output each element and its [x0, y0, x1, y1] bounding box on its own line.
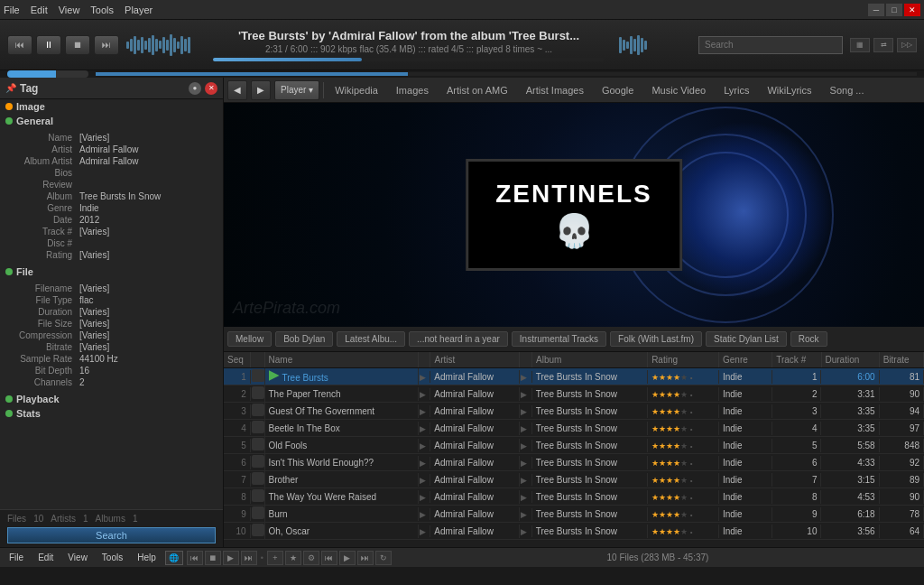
section-general[interactable]: General: [0, 114, 223, 128]
volume-slider[interactable]: [7, 70, 88, 78]
seek-bar[interactable]: [96, 72, 917, 76]
track-row[interactable]: 9 Burn ▶ Admiral Fallow ▶ Tree Bursts In…: [224, 506, 924, 523]
tag-configure-button[interactable]: ●: [189, 82, 201, 95]
col-name[interactable]: Name: [265, 352, 419, 367]
section-file[interactable]: File: [0, 265, 223, 279]
maximize-button[interactable]: □: [886, 4, 902, 16]
add-button[interactable]: +: [267, 551, 283, 565]
tag-mellow[interactable]: Mellow: [227, 331, 272, 347]
search-button[interactable]: Search: [7, 527, 216, 543]
tag-rock[interactable]: Rock: [790, 331, 827, 347]
td-album-arrow[interactable]: ▶: [520, 405, 532, 417]
td-artist-arrow[interactable]: ▶: [419, 457, 431, 469]
player-button[interactable]: Player ▾: [274, 80, 319, 100]
nav-artist-amg[interactable]: Artist on AMG: [439, 78, 515, 103]
td-artist-arrow[interactable]: ▶: [419, 508, 431, 520]
play2-button[interactable]: ▶: [339, 551, 356, 565]
forward-button[interactable]: ▶: [251, 80, 271, 100]
next2-button[interactable]: ⏭: [357, 551, 374, 565]
td-album-arrow[interactable]: ▶: [520, 491, 532, 503]
nav-artist-images[interactable]: Artist Images: [519, 78, 591, 103]
repeat-button[interactable]: ▷▷: [897, 38, 917, 52]
track-row[interactable]: 5 Old Fools ▶ Admiral Fallow ▶ Tree Burs…: [224, 437, 924, 454]
col-duration[interactable]: Duration: [822, 352, 880, 367]
next-button[interactable]: ⏭: [94, 35, 119, 55]
section-stats[interactable]: Stats: [0, 406, 223, 421]
menu-edit-bottom[interactable]: Edit: [32, 552, 59, 562]
playback-stop-bottom[interactable]: ⏹: [205, 551, 221, 565]
menu-tools-bottom[interactable]: Tools: [97, 552, 128, 562]
prev2-button[interactable]: ⏮: [321, 551, 337, 565]
menu-help-bottom[interactable]: Help: [132, 552, 162, 562]
close-button[interactable]: ✕: [904, 4, 920, 16]
tag-close-button[interactable]: ✕: [205, 82, 217, 95]
menu-player[interactable]: Player: [125, 5, 152, 15]
col-genre[interactable]: Genre: [719, 352, 772, 367]
pause-button[interactable]: ⏸: [36, 35, 61, 55]
td-album-arrow[interactable]: ▶: [520, 474, 532, 486]
track-row[interactable]: 7 Brother ▶ Admiral Fallow ▶ Tree Bursts…: [224, 471, 924, 488]
settings-button[interactable]: ⚙: [303, 551, 319, 565]
td-album-arrow[interactable]: ▶: [520, 525, 532, 537]
col-album[interactable]: Album: [532, 352, 648, 367]
col-seq[interactable]: Seq: [224, 352, 251, 367]
tag-static-dylan[interactable]: Static Dylan List: [706, 331, 787, 347]
nav-music-video[interactable]: Music Video: [644, 78, 713, 103]
td-album-arrow[interactable]: ▶: [520, 422, 532, 434]
tag-folk-lastfm[interactable]: Folk (With Last.fm): [610, 331, 702, 347]
td-album-arrow[interactable]: ▶: [520, 508, 532, 520]
section-playback[interactable]: Playback: [0, 392, 223, 406]
tag-latest-albums[interactable]: Latest Albu...: [337, 331, 405, 347]
td-artist-arrow[interactable]: ▶: [419, 525, 431, 537]
nav-images[interactable]: Images: [389, 78, 436, 103]
menu-view[interactable]: View: [59, 5, 80, 15]
col-artist[interactable]: Artist: [430, 352, 520, 367]
col-bitrate[interactable]: Bitrate: [880, 352, 924, 367]
playback-play-bottom[interactable]: ▶: [223, 551, 239, 565]
track-row[interactable]: 3 Guest Of The Government ▶ Admiral Fall…: [224, 403, 924, 420]
td-album-arrow[interactable]: ▶: [520, 440, 532, 451]
track-row[interactable]: 6 Isn't This World Enough?? ▶ Admiral Fa…: [224, 454, 924, 471]
td-album-arrow[interactable]: ▶: [520, 457, 532, 469]
viz-button[interactable]: ▦: [850, 38, 870, 52]
menu-view-bottom[interactable]: View: [62, 552, 93, 562]
prev-button[interactable]: ⏮: [7, 35, 32, 55]
stop-button[interactable]: ⏹: [65, 35, 90, 55]
playback-next-bottom[interactable]: ⏭: [241, 551, 257, 565]
globe-icon[interactable]: 🌐: [165, 551, 183, 565]
menu-edit[interactable]: Edit: [31, 5, 48, 15]
nav-lyrics[interactable]: Lyrics: [716, 78, 756, 103]
td-artist-arrow[interactable]: ▶: [419, 474, 431, 486]
td-album-arrow[interactable]: ▶: [520, 371, 532, 383]
loop-button[interactable]: ↻: [375, 551, 392, 565]
bookmark-button[interactable]: ★: [285, 551, 301, 565]
track-row[interactable]: 10 Oh, Oscar ▶ Admiral Fallow ▶ Tree Bur…: [224, 523, 924, 540]
section-image[interactable]: Image: [0, 99, 223, 114]
menu-file-bottom[interactable]: File: [4, 552, 29, 562]
td-artist-arrow[interactable]: ▶: [419, 440, 431, 451]
minimize-button[interactable]: ─: [868, 4, 884, 16]
menu-file[interactable]: File: [4, 5, 20, 15]
nav-wikipedia[interactable]: Wikipedia: [328, 78, 385, 103]
td-artist-arrow[interactable]: ▶: [419, 371, 431, 383]
back-button[interactable]: ◀: [227, 80, 247, 100]
track-row[interactable]: 2 The Paper Trench ▶ Admiral Fallow ▶ Tr…: [224, 385, 924, 403]
search-input[interactable]: [698, 36, 843, 54]
col-rating[interactable]: Rating: [648, 352, 719, 367]
td-artist-arrow[interactable]: ▶: [419, 491, 431, 503]
tag-instrumental[interactable]: Instrumental Tracks: [512, 331, 606, 347]
nav-wikilyrics[interactable]: WikiLyrics: [760, 78, 818, 103]
td-album-arrow[interactable]: ▶: [520, 388, 532, 400]
track-row[interactable]: 1 Tree Bursts ▶ Admiral Fallow ▶ Tree Bu…: [224, 368, 924, 385]
col-track[interactable]: Track #: [772, 352, 821, 367]
menu-tools[interactable]: Tools: [90, 5, 114, 15]
td-artist-arrow[interactable]: ▶: [419, 405, 431, 417]
track-row[interactable]: 8 The Way You Were Raised ▶ Admiral Fall…: [224, 488, 924, 506]
td-artist-arrow[interactable]: ▶: [419, 422, 431, 434]
nav-song-more[interactable]: Song ...: [823, 78, 872, 103]
track-row[interactable]: 4 Beetle In The Box ▶ Admiral Fallow ▶ T…: [224, 420, 924, 437]
td-artist-arrow[interactable]: ▶: [419, 388, 431, 400]
tag-bob-dylan[interactable]: Bob Dylan: [275, 331, 333, 347]
shuffle-button[interactable]: ⇄: [873, 38, 893, 52]
playback-prev-bottom[interactable]: ⏮: [187, 551, 203, 565]
